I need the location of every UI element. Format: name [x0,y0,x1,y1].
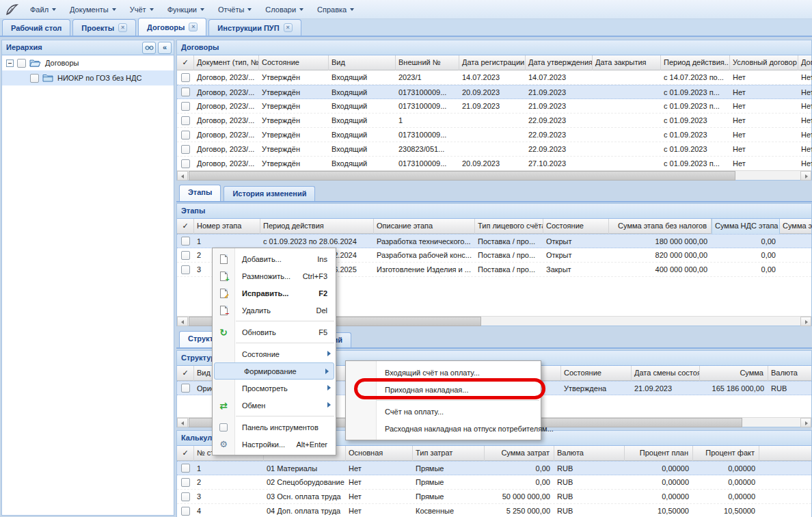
table-row[interactable]: Договор, 2023/...УтверждёнВходящий017310… [177,85,811,99]
column-header[interactable]: Валюта [768,366,812,381]
menubar-item[interactable]: Файл [23,3,63,16]
row-checkbox-cell[interactable] [177,99,194,113]
tab-Договоры[interactable]: Договоры× [138,18,206,36]
column-header[interactable]: Дата закрытия [593,55,661,70]
column-header[interactable]: Дата регистрации. [459,55,526,70]
menu-item-duplicate[interactable]: + Размножить... Ctrl+F3 [213,267,336,284]
select-all-column-header[interactable]: ✓ [177,55,194,70]
row-checkbox[interactable] [181,507,190,516]
column-header[interactable]: Состояние [259,55,329,70]
column-header[interactable]: Сумма этапа без налогов [609,219,712,234]
row-checkbox[interactable] [181,464,190,473]
column-header[interactable]: Условный договор [730,55,798,70]
table-row[interactable]: 1с 01.09.2023 по 28.06.2024Разработка те… [177,234,811,248]
menu-item-outgoing-note[interactable]: Расходная накладная на отпуск потребител… [346,420,541,437]
menubar-item[interactable]: Справка [310,3,361,16]
column-header[interactable]: Тип затрат [413,446,485,461]
column-header[interactable]: Сумма [700,366,768,381]
menu-item-refresh[interactable]: ↻ Обновить F5 [213,323,336,341]
column-header[interactable]: Валюта [554,446,625,461]
menu-item-add[interactable]: Добавить... Ins [213,250,336,267]
row-checkbox-cell[interactable] [177,114,194,127]
tree-item-checkbox[interactable] [17,59,26,68]
scroll-left-icon[interactable] [177,317,188,326]
tab-Проекты[interactable]: Проекты× [72,19,136,36]
scroll-right-icon[interactable] [800,418,811,427]
row-checkbox-cell[interactable] [177,157,194,170]
column-header[interactable]: Дог [798,55,812,70]
column-header[interactable]: Состояние [543,219,609,234]
column-header[interactable]: Процент план [625,446,693,461]
row-checkbox-cell[interactable] [177,462,194,475]
row-checkbox-cell[interactable] [177,382,194,395]
column-header[interactable]: Состояние [561,366,632,381]
menubar-item[interactable]: Документы [63,3,123,16]
row-checkbox[interactable] [181,492,190,501]
column-header[interactable]: Дата смены состояния [632,366,700,381]
row-checkbox[interactable] [181,145,190,154]
row-checkbox[interactable] [181,159,190,168]
menu-item-exchange[interactable]: ⇄ Обмен [213,397,336,414]
menu-item-delete[interactable]: − Удалить Del [213,302,336,319]
row-checkbox[interactable] [181,384,190,393]
column-header[interactable]: Процент факт [693,446,759,461]
table-row[interactable]: Договор, 2023/...УтверждёнВходящий122.09… [177,114,811,128]
row-checkbox[interactable] [181,237,190,246]
row-checkbox-cell[interactable] [177,142,194,156]
menu-item-state[interactable]: Состояние [213,345,336,362]
close-tab-icon[interactable]: × [118,23,127,32]
close-tab-icon[interactable]: × [189,23,198,31]
column-header[interactable]: Дата утверждения [526,55,593,70]
scroll-left-icon[interactable] [177,418,188,427]
table-row[interactable]: 202 СпецоборудованиеНетПрямые0,00RUB0,00… [177,475,811,490]
select-all-column-header[interactable]: ✓ [177,446,194,461]
tree-item[interactable]: НИОКР по ГОЗ без НДС [2,70,174,85]
table-row[interactable]: 303 Осн. оплата трудаНетПрямые50 000 000… [177,490,811,504]
row-checkbox-cell[interactable] [177,128,194,142]
column-header[interactable]: Документ (тип, № [194,55,259,70]
table-row[interactable]: 101 МатериалыНетПрямые0,00RUB0,000000,00… [177,461,811,475]
row-checkbox-cell[interactable] [177,263,194,276]
select-all-column-header[interactable]: ✓ [177,366,194,381]
select-all-column-header[interactable]: ✓ [177,219,194,234]
table-row[interactable]: Договор, 2023/...УтверждёнВходящий2023/1… [177,70,811,85]
search-icon[interactable] [142,42,156,54]
row-checkbox-cell[interactable] [177,235,194,248]
column-header[interactable]: Период действия [260,219,374,234]
row-checkbox-cell[interactable] [177,248,194,262]
column-header[interactable]: Вид [329,55,396,70]
column-header[interactable] [759,446,812,461]
scroll-right-icon[interactable] [800,317,811,326]
row-checkbox[interactable] [181,102,190,111]
menubar-item[interactable]: Отчёты [211,3,258,16]
subtab-История изменений[interactable]: История изменений [224,186,315,201]
table-row[interactable]: Договор, 2023/...УтверждёнВходящий017310… [177,157,811,171]
tree-item[interactable]: Договоры [2,55,174,70]
table-row[interactable]: Договор, 2023/...УтверждёнВходящий017310… [177,99,811,114]
row-checkbox[interactable] [181,116,190,125]
column-header[interactable]: Сумма затрат [485,446,554,461]
menu-item-generate[interactable]: Формирование [214,362,334,380]
row-checkbox[interactable] [181,265,190,274]
column-header[interactable]: Тип лицевого счёта [475,219,543,234]
toolbar-checkbox-icon[interactable] [218,422,229,433]
menubar-item[interactable]: Функции [161,3,211,16]
menu-item-settings[interactable]: ⚙ Настройки... Alt+Enter [213,436,336,453]
tree-item-checkbox[interactable] [30,74,39,83]
menubar-item[interactable]: Учёт [123,3,161,16]
row-checkbox-cell[interactable] [177,70,194,84]
row-checkbox-cell[interactable] [177,475,194,489]
menu-item-toolbar-toggle[interactable]: Панель инструментов [213,419,336,436]
tab-Инструкции ПУП[interactable]: Инструкции ПУП× [208,19,301,36]
collapse-panel-icon[interactable]: « [158,42,172,54]
close-tab-icon[interactable]: × [284,23,293,32]
row-checkbox-cell[interactable] [177,490,194,503]
column-header[interactable]: Внешний № [396,55,459,70]
row-checkbox[interactable] [181,73,190,82]
column-header[interactable]: Основная [346,446,413,461]
menu-item-payment-invoice[interactable]: Счёт на оплату... [346,403,541,420]
row-checkbox[interactable] [181,88,190,96]
menu-item-edit[interactable]: Исправить... F2 [213,284,336,302]
row-checkbox[interactable] [181,131,190,140]
column-header[interactable]: Сумма эт [780,219,812,234]
